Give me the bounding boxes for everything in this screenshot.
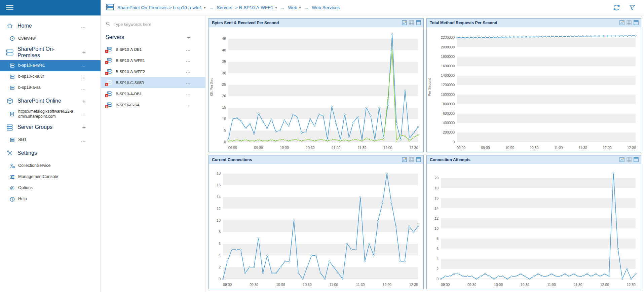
more-button[interactable]: ...: [186, 80, 191, 85]
svg-text:12:00: 12:00: [383, 146, 392, 150]
sidebar-item-overview[interactable]: Overview: [0, 33, 101, 44]
server-icon: x: [106, 80, 113, 85]
chevron-down-icon: ▾: [204, 6, 206, 9]
sidebar-item-label: ManagementConsole: [18, 174, 75, 180]
more-button[interactable]: ...: [81, 24, 86, 29]
chart-type-icon[interactable]: [402, 157, 407, 162]
more-button[interactable]: ...: [186, 102, 191, 107]
tools-icon: [5, 150, 15, 157]
svg-text:12:00: 12:00: [600, 283, 609, 287]
maximize-icon[interactable]: [416, 20, 421, 25]
server-icon: [8, 74, 16, 79]
sidebar-item-sharepoint-online-tenant[interactable]: https://metalogixsoftware622-admin.share…: [0, 108, 101, 120]
sidebar-item-label: Options: [18, 185, 75, 191]
data-grid-icon[interactable]: [409, 157, 414, 162]
sidebar-header: [0, 0, 101, 15]
sidebar-item-b-sp10-c-s08r[interactable]: b-sp10-c-s08r ...: [0, 71, 101, 82]
server-list-item-selected[interactable]: x B-SP10-C-S08R ...: [101, 77, 205, 88]
sidebar-item-home[interactable]: Home ...: [0, 19, 101, 33]
sidebar-item-settings[interactable]: Settings: [0, 146, 101, 160]
svg-text:KB Per Sec: KB Per Sec: [210, 78, 214, 96]
svg-text:16: 16: [434, 196, 439, 200]
server-list-item[interactable]: x B-SP10-A-WFE2 ...: [101, 66, 205, 77]
error-badge-icon: x: [105, 105, 108, 108]
add-group-button[interactable]: +: [82, 124, 86, 131]
chart-panel-current-connections: Current Connections 02468101214161809:00…: [209, 155, 424, 289]
chart-type-icon[interactable]: [619, 20, 624, 25]
breadcrumb-item-web-services[interactable]: Web Services: [312, 5, 340, 10]
breadcrumb-label: Servers -> B-SP10-A-WFE1: [217, 5, 273, 10]
svg-text:30: 30: [222, 71, 226, 75]
svg-text:09:30: 09:30: [481, 146, 490, 150]
site-page-icon: [8, 111, 16, 117]
error-badge-icon: x: [105, 72, 108, 75]
more-button[interactable]: ...: [81, 63, 86, 68]
chart-type-icon[interactable]: [619, 157, 624, 162]
home-icon: [5, 23, 15, 29]
svg-text:11:30: 11:30: [574, 283, 582, 287]
breadcrumb-arrow-icon: →: [209, 5, 214, 10]
search-input[interactable]: [114, 22, 184, 27]
more-button[interactable]: ...: [81, 74, 86, 79]
server-list-item[interactable]: x B-SP13-A-DB1 ...: [101, 88, 205, 99]
sidebar-item-help[interactable]: ? Help: [0, 194, 101, 205]
svg-text:2200000: 2200000: [441, 35, 455, 39]
more-button[interactable]: ...: [186, 58, 191, 63]
maximize-icon[interactable]: [416, 157, 421, 162]
svg-text:4: 4: [437, 257, 439, 261]
refresh-icon[interactable]: [612, 3, 621, 12]
sidebar-item-sg1[interactable]: SG1 ...: [0, 135, 101, 146]
svg-text:10: 10: [222, 117, 226, 121]
sidebar-item-sharepoint-online[interactable]: SharePoint Online +: [0, 94, 101, 108]
server-icon: [8, 85, 16, 90]
maximize-icon[interactable]: [634, 157, 639, 162]
error-badge-icon: x: [105, 50, 108, 53]
add-server-button[interactable]: +: [82, 49, 86, 56]
svg-text:200000: 200000: [443, 130, 455, 134]
server-list-item[interactable]: x B-SP10-A-DB1 ...: [101, 44, 205, 55]
filter-icon[interactable]: [629, 4, 636, 11]
server-label: B-SP10-A-DB1: [116, 47, 142, 51]
server-icon: [8, 63, 16, 68]
data-grid-icon[interactable]: [627, 157, 632, 162]
more-button[interactable]: ...: [186, 47, 191, 52]
svg-text:12:30: 12:30: [627, 146, 636, 150]
breadcrumb-item-web[interactable]: Web ▾: [288, 5, 301, 10]
svg-text:6: 6: [219, 242, 221, 246]
sidebar-item-b-sp19-a-sa[interactable]: b-sp19-a-sa ...: [0, 82, 101, 94]
sidebar-item-label: b-sp10-a-wfe1: [18, 63, 75, 68]
more-button[interactable]: ...: [81, 111, 86, 116]
sidebar-item-server-groups[interactable]: Server Groups +: [0, 120, 101, 135]
app-window: Home ... Overview SharePoint On-Premises…: [0, 0, 644, 292]
more-button[interactable]: ...: [81, 138, 86, 143]
svg-text:11:00: 11:00: [554, 146, 563, 150]
more-button[interactable]: ...: [186, 69, 191, 74]
maximize-icon[interactable]: [634, 20, 639, 25]
server-icon: [8, 137, 16, 143]
chart-title: Bytes Sent & Received Per Second: [212, 21, 279, 25]
server-list-item[interactable]: x B-SP16-C-SA ...: [101, 99, 205, 110]
add-tenant-button[interactable]: +: [82, 98, 86, 104]
breadcrumb-item-farm[interactable]: SharePoint On-Premises-> b-sp10-a-wfe1 ▾: [117, 5, 205, 10]
sidebar-item-managementconsole[interactable]: ManagementConsole: [0, 172, 101, 183]
svg-text:10:30: 10:30: [306, 146, 314, 150]
chart-bytes-sent-received: 05101520253035404509:0009:3010:0010:3011…: [209, 27, 423, 152]
chart-title: Total Method Requests Per Second: [430, 21, 497, 25]
server-icon: x: [106, 46, 113, 52]
hamburger-menu-icon[interactable]: [6, 4, 13, 11]
sidebar-item-options[interactable]: Options: [0, 183, 101, 194]
sidebar-item-sharepoint-onpremises[interactable]: SharePoint On-Premises +: [0, 45, 101, 60]
sidebar-item-b-sp10-a-wfe1[interactable]: b-sp10-a-wfe1 ...: [0, 60, 101, 71]
sidebar-item-collectionservice[interactable]: CollectionService: [0, 160, 101, 172]
add-server-button[interactable]: +: [187, 34, 191, 41]
server-icon: x: [106, 69, 113, 74]
more-button[interactable]: ...: [81, 85, 86, 90]
more-button[interactable]: ...: [186, 91, 191, 96]
data-grid-icon[interactable]: [409, 20, 414, 25]
data-grid-icon[interactable]: [627, 20, 632, 25]
svg-text:12:30: 12:30: [409, 146, 418, 150]
breadcrumb-item-server[interactable]: Servers -> B-SP10-A-WFE1 ▾: [217, 5, 277, 10]
svg-text:09:00: 09:00: [441, 283, 450, 287]
server-list-item[interactable]: x B-SP10-A-WFE1 ...: [101, 55, 205, 66]
chart-type-icon[interactable]: [402, 20, 407, 25]
